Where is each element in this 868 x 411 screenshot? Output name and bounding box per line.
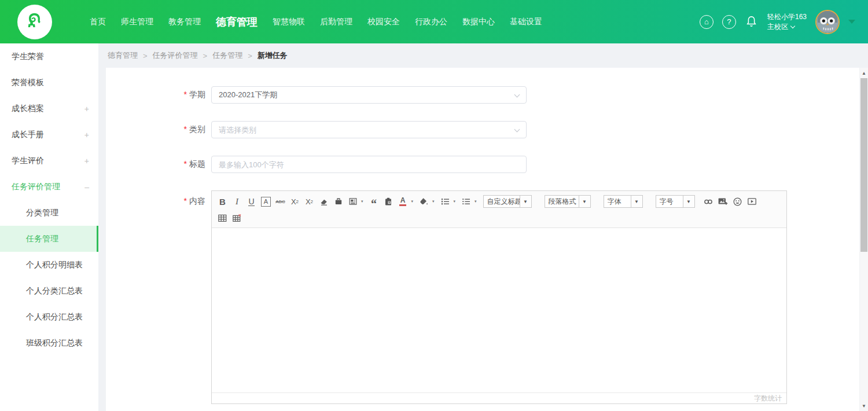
custom-title-dropdown[interactable]: 自定义标题 ▼: [483, 195, 532, 208]
emoji-icon[interactable]: [731, 195, 744, 208]
sidebar-item-honor-template[interactable]: 荣誉模板: [0, 69, 98, 96]
title-input[interactable]: [211, 156, 527, 173]
editor-status-bar: 字数统计: [212, 392, 786, 403]
page-scrollbar[interactable]: ▲ ▼: [860, 68, 868, 411]
sidebar-item-label: 个人分类汇总表: [26, 286, 83, 296]
strikethrough-icon[interactable]: ABC: [274, 195, 287, 208]
category-row: *类别: [106, 121, 859, 138]
semester-select-input[interactable]: [211, 86, 527, 104]
sidebar-item-task-evaluation-mgmt[interactable]: 任务评价管理–: [0, 174, 98, 200]
expand-plus-icon[interactable]: +: [84, 104, 89, 113]
breadcrumb-moral-education[interactable]: 德育管理: [108, 50, 138, 61]
font-family-dropdown-label: 字体: [604, 196, 631, 207]
topnav-smart-iot[interactable]: 智慧物联: [265, 17, 312, 27]
app-logo[interactable]: [17, 5, 52, 39]
paste-icon[interactable]: [332, 195, 345, 208]
help-icon[interactable]: ?: [722, 15, 736, 29]
campus-name: 主校区: [767, 22, 788, 32]
breadcrumb-separator: >: [248, 52, 252, 60]
boxed-letter-a-icon[interactable]: A: [261, 197, 271, 207]
insert-table-icon[interactable]: [216, 212, 229, 225]
sidebar-item-growth-archive[interactable]: 成长档案+: [0, 96, 98, 122]
user-menu-caret-icon[interactable]: [848, 20, 855, 24]
subscript-icon[interactable]: X2: [303, 195, 316, 208]
fill-color-caret-icon[interactable]: ▾: [432, 199, 435, 204]
sidebar-item-label: 个人积分明细表: [26, 260, 83, 270]
font-color-caret-icon[interactable]: ▾: [411, 199, 414, 204]
breadcrumb-task-evaluation-mgmt[interactable]: 任务评价管理: [153, 50, 198, 61]
dropdown-caret-icon[interactable]: ▼: [683, 196, 694, 207]
sidebar-item-label: 成长手册: [12, 130, 44, 140]
home-circle-icon[interactable]: ⌂: [700, 15, 713, 29]
underline-icon[interactable]: U: [248, 197, 254, 206]
sidebar-item-label: 学生评价: [12, 156, 44, 166]
unordered-list-caret-icon[interactable]: ▾: [475, 199, 477, 204]
elephant-logo-icon: [24, 10, 46, 34]
topnav-basic-settings[interactable]: 基础设置: [502, 17, 550, 27]
user-avatar[interactable]: [815, 10, 840, 34]
topnav-moral-education[interactable]: 德育管理: [208, 15, 265, 29]
eraser-icon[interactable]: [317, 195, 330, 208]
notification-bell-icon[interactable]: [745, 15, 759, 29]
expand-plus-icon[interactable]: +: [84, 156, 89, 166]
semester-label: *学期: [106, 90, 205, 100]
title-row: *标题: [106, 156, 859, 173]
paragraph-format-dropdown[interactable]: 段落格式 ▼: [545, 195, 591, 208]
topnav-academic[interactable]: 教务管理: [161, 17, 208, 27]
scrollbar-up-arrow-icon[interactable]: ▲: [860, 69, 868, 77]
editor-content-area[interactable]: [212, 228, 786, 392]
school-switcher[interactable]: 轻松小学163 主校区: [767, 12, 807, 32]
italic-icon[interactable]: I: [230, 195, 244, 208]
category-label: *类别: [106, 124, 205, 135]
sidebar-item-personal-category-summary[interactable]: 个人分类汇总表: [0, 278, 98, 304]
sidebar-item-label: 任务评价管理: [12, 182, 60, 192]
content-block-caret-icon[interactable]: ▾: [361, 199, 363, 204]
collapse-minus-icon[interactable]: –: [84, 182, 89, 192]
sidebar-item-task-mgmt[interactable]: 任务管理: [0, 226, 98, 252]
topnav-teacher-student[interactable]: 师生管理: [113, 17, 161, 27]
video-icon[interactable]: [745, 195, 759, 208]
font-family-dropdown[interactable]: 字体 ▼: [604, 195, 643, 208]
scrollbar-down-arrow-icon[interactable]: ▼: [860, 402, 868, 410]
topnav-logistics[interactable]: 后勤管理: [312, 17, 360, 27]
sidebar-item-student-honor[interactable]: 学生荣誉: [0, 43, 98, 69]
breadcrumb-task-mgmt[interactable]: 任务管理: [212, 50, 242, 61]
topnav-campus-safety[interactable]: 校园安全: [360, 17, 407, 27]
sidebar-item-label: 成长档案: [12, 104, 44, 114]
dropdown-caret-icon[interactable]: ▼: [520, 196, 531, 207]
sidebar-item-personal-points-detail[interactable]: 个人积分明细表: [0, 252, 98, 278]
fill-color-icon[interactable]: [417, 195, 431, 208]
superscript-icon[interactable]: X2: [288, 195, 301, 208]
scrollbar-thumb[interactable]: [860, 78, 867, 252]
ordered-list-caret-icon[interactable]: ▾: [454, 199, 456, 204]
title-label: *标题: [106, 159, 205, 170]
ordered-list-icon[interactable]: [439, 195, 452, 208]
delete-table-icon[interactable]: [230, 212, 244, 225]
font-size-dropdown[interactable]: 字号 ▼: [656, 195, 695, 208]
topnav-home[interactable]: 首页: [82, 17, 113, 27]
sidebar-item-growth-handbook[interactable]: 成长手册+: [0, 122, 98, 148]
insert-image-icon[interactable]: [716, 195, 730, 208]
category-select-input[interactable]: [211, 121, 527, 138]
sidebar-item-personal-points-summary[interactable]: 个人积分汇总表: [0, 304, 98, 330]
sidebar-item-category-mgmt[interactable]: 分类管理: [0, 200, 98, 226]
sidebar-item-class-points-summary[interactable]: 班级积分汇总表: [0, 330, 98, 356]
breadcrumb-separator: >: [203, 52, 208, 60]
required-asterisk: *: [184, 159, 187, 168]
expand-plus-icon[interactable]: +: [84, 130, 89, 140]
category-select: [211, 121, 527, 138]
bold-icon[interactable]: B: [216, 195, 229, 208]
link-icon[interactable]: [702, 195, 715, 208]
topnav-data-center[interactable]: 数据中心: [455, 17, 502, 27]
topnav-admin-office[interactable]: 行政办公: [407, 17, 455, 27]
dropdown-caret-icon[interactable]: ▼: [631, 196, 642, 207]
blockquote-icon[interactable]: “: [367, 195, 381, 208]
word-count-label[interactable]: 字数统计: [754, 394, 782, 403]
sidebar-item-student-evaluation[interactable]: 学生评价+: [0, 148, 98, 174]
unordered-list-icon[interactable]: [459, 195, 473, 208]
font-color-icon[interactable]: A: [396, 195, 410, 208]
dropdown-caret-icon[interactable]: ▼: [579, 196, 590, 207]
paste-as-text-icon[interactable]: [382, 195, 395, 208]
font-size-dropdown-label: 字号: [656, 196, 683, 207]
content-block-icon[interactable]: [346, 195, 359, 208]
